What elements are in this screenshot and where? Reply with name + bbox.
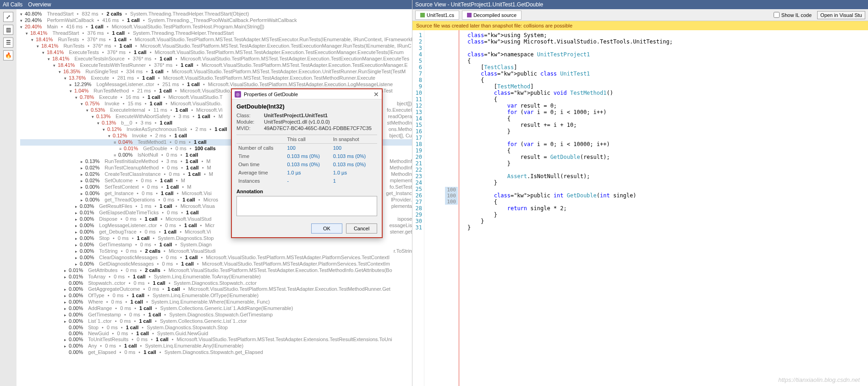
tree-row[interactable]: ▸0.00% ToUnitTestResults • 0 ms • 1 call… xyxy=(20,337,412,343)
tree-row[interactable]: ▸0.00% List`1..ctor • 0 ms • 1 call • Sy… xyxy=(20,318,412,325)
properties-dialog: ◎ Properties of GetDouble ✕ GetDouble(In… xyxy=(231,88,383,238)
tree-row[interactable]: 0.00% NewGuid • 0 ms • 1 call • System.G… xyxy=(20,331,412,337)
class-value: UnitTestProject1.UnitTest1 xyxy=(264,113,328,118)
tree-row[interactable]: ▸0.00% GetAggregateOutcome • 0 ms • 1 ca… xyxy=(20,286,412,293)
tree-row[interactable]: ▾20.40% Main • 416 ms • 1 call • Microso… xyxy=(20,24,412,30)
hotspot-icon[interactable]: 🔥 xyxy=(3,50,13,60)
tree-row[interactable]: ▾16.35% RunSingleTest • 334 ms • 1 call … xyxy=(20,69,412,75)
tree-row[interactable]: ▾40.80% ThreadStart • 832 ms • 2 calls •… xyxy=(20,11,412,17)
warning-banner: Source file was created later than snaps… xyxy=(412,21,868,30)
annotation-textarea[interactable] xyxy=(236,196,377,216)
mvid-label: MVID: xyxy=(236,125,264,131)
file-tab-bar: UnitTest1.cs Decompiled source Show IL c… xyxy=(412,9,868,21)
module-value: UnitTestProject1.dll (v1.0.0.0) xyxy=(264,119,330,125)
tree-row[interactable]: ▸0.00% GetTimestamp • 0 ms • 1 call • Sy… xyxy=(20,312,412,318)
tree-row[interactable]: ▸0.00% Any • 0 ms • 1 call • System.Linq… xyxy=(20,343,412,349)
tree-row[interactable]: ▾18.41% ExecuteTestsWithTestRunner • 376… xyxy=(20,62,412,69)
col-thiscall: This call xyxy=(285,135,331,144)
tree-row[interactable]: ▾18.41% ExecuteTestsInSource • 376* ms •… xyxy=(20,56,412,62)
tree-row[interactable]: ▸12.29% LogMessageListener..ctor • 251 m… xyxy=(20,82,412,88)
tree-row[interactable]: ▸0.00% ToString • 0 ms • 2 calls • Micro… xyxy=(20,248,412,255)
tree-row[interactable]: ▸0.00% OfType • 0 ms • 1 call • System.L… xyxy=(20,293,412,299)
cs-file-icon xyxy=(420,13,425,17)
tree-row[interactable]: ▸0.00% GetDiagnosticMessages • 0 ms • 1 … xyxy=(20,261,412,267)
toolbar-icon-3[interactable]: ☰ xyxy=(3,38,13,48)
open-in-vs-button[interactable]: Open in Visual Stu xyxy=(817,11,865,19)
code-content[interactable]: class="kw">using System;class="kw">using… xyxy=(459,30,673,386)
tab-file-cs[interactable]: UnitTest1.cs xyxy=(415,11,459,20)
tree-row[interactable]: ▸0.00% GetTimestamp • 0 ms • 1 call • Sy… xyxy=(20,242,412,248)
tree-row[interactable]: ▾18.41% RunTests • 376* ms • 1 call • Mi… xyxy=(20,43,412,49)
tab-overview[interactable]: Overview xyxy=(28,0,51,9)
line-gutter: 1234567891011121314151617181920212223242… xyxy=(412,30,424,386)
annotation-label: Annotation xyxy=(236,189,377,194)
side-toolbar: ⤢ ▥ ☰ 🔥 xyxy=(0,9,16,386)
tree-row[interactable]: 0.00% Stop • 0 ms • 1 call • System.Diag… xyxy=(20,325,412,331)
col-snapshot: In snapshot xyxy=(331,135,377,144)
close-icon[interactable]: ✕ xyxy=(374,91,379,98)
tree-row[interactable]: ▸0.01% GetAttributes • 0 ms • 2 calls • … xyxy=(20,267,412,274)
coverage-bar: 100100100 xyxy=(424,30,459,386)
tree-row[interactable]: ▾18.41% ExecuteTests • 376* ms • 1 call … xyxy=(20,49,412,56)
tree-row[interactable]: 0.00% get_Elapsed • 0 ms • 1 call • Syst… xyxy=(20,349,412,355)
tree-row[interactable]: 0.00% Stopwatch..cctor • 0 ms • 1 call •… xyxy=(20,280,412,286)
tree-row[interactable]: ▸0.01% ToArray • 0 ms • 1 call • System.… xyxy=(20,274,412,280)
dialog-signature: GetDouble(Int32) xyxy=(236,103,377,110)
watermark: https://tianxiaolin.blog.csdn.net xyxy=(778,376,860,383)
tree-row[interactable]: ▾18.41% ThreadStart • 376 ms • 1 call • … xyxy=(20,30,412,37)
tree-row[interactable]: ▸0.00% ClearDiagnosticMessages • 0 ms • … xyxy=(20,255,412,261)
ok-button[interactable]: OK xyxy=(311,223,342,234)
tree-row[interactable]: ▸0.00% AddRange • 0 ms • 1 call • System… xyxy=(20,305,412,312)
mvid-value: 49AD7EC7-BC40-465C-8AD1-FDBBE7CF7C35 xyxy=(264,125,372,131)
tab-all-calls[interactable]: All Calls xyxy=(3,0,22,9)
toolbar-icon-2[interactable]: ▥ xyxy=(3,25,13,35)
dialog-icon: ◎ xyxy=(235,91,241,98)
class-label: Class: xyxy=(236,113,264,118)
decompiled-icon xyxy=(467,13,472,17)
source-view-title: Source View - UnitTestProject1.UnitTest1… xyxy=(412,0,868,9)
toolbar-icon-1[interactable]: ⤢ xyxy=(3,12,13,22)
tab-decompiled[interactable]: Decompiled source xyxy=(462,11,522,20)
cancel-button[interactable]: Cancel xyxy=(346,223,377,234)
left-titlebar: All Calls Overview xyxy=(0,0,412,9)
tree-row[interactable]: ▾13.76% Execute • 281 ms • 1 call • Micr… xyxy=(20,75,412,82)
show-il-checkbox[interactable] xyxy=(774,12,780,18)
dialog-title: Properties of GetDouble xyxy=(244,92,298,97)
tree-row[interactable]: ▾18.41% RunTests • 376* ms • 1 call • Mi… xyxy=(20,37,412,43)
show-il-label: Show IL code xyxy=(781,12,812,18)
module-label: Module: xyxy=(236,119,264,125)
tree-row[interactable]: ▾20.40% PerformWaitCallback • 416 ms • 1… xyxy=(20,17,412,24)
tree-row[interactable]: ▸0.00% Where • 0 ms • 1 call • System.Li… xyxy=(20,299,412,305)
metrics-table: This callIn snapshot Number of calls1001… xyxy=(236,135,377,185)
